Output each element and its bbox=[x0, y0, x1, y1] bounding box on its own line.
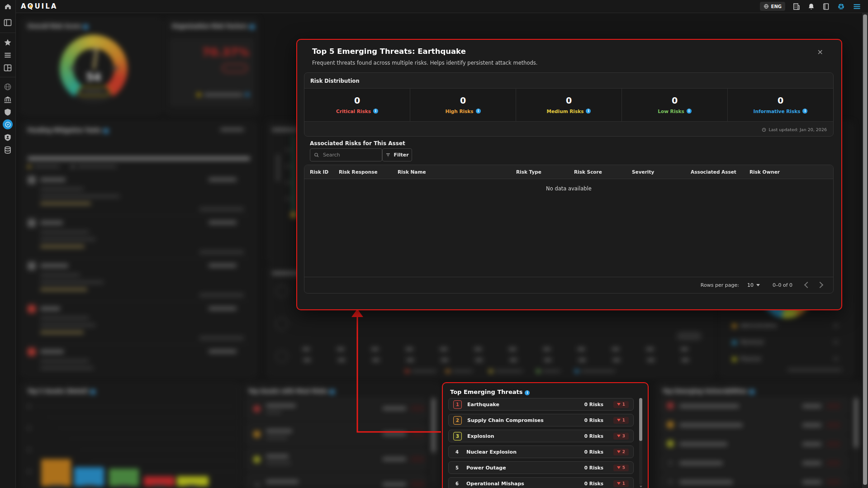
column-header[interactable]: Risk Score bbox=[574, 169, 632, 175]
page-scrollbar[interactable] bbox=[862, 13, 868, 488]
trend-badge: 2 bbox=[613, 449, 629, 455]
tasks-progress-bar bbox=[28, 157, 250, 160]
info-icon: i bbox=[749, 389, 754, 394]
scrollbar-thumb[interactable] bbox=[854, 398, 858, 448]
panel-scrollbar[interactable] bbox=[432, 398, 435, 484]
home-icon[interactable] bbox=[4, 3, 12, 10]
top-emerging-threats-panel: Top Emerging Threatsi 1 Earthquake 0 Ris… bbox=[442, 382, 649, 488]
dashboard-layout-icon[interactable] bbox=[3, 63, 12, 72]
shield-icon[interactable] bbox=[3, 108, 12, 117]
vulnerability-row bbox=[661, 417, 849, 433]
info-icon[interactable]: i bbox=[687, 109, 692, 114]
threat-item-nuclear-explosion[interactable]: 4 Nuclear Explosion 0 Risks 2 bbox=[448, 445, 634, 458]
vulnerability-row bbox=[661, 455, 849, 471]
aquila-logo[interactable]: AQUILA bbox=[21, 2, 57, 10]
top-emerging-vulnerabilities-card: Top Emerging Vulnerabilitiesi bbox=[656, 382, 863, 488]
language-selector[interactable]: ENG bbox=[760, 2, 785, 11]
rank-badge: 2 bbox=[453, 416, 462, 425]
card-title: Top Emerging Vulnerabilities bbox=[663, 388, 747, 394]
menu-hamburger-icon[interactable] bbox=[852, 3, 862, 10]
legend-label: Physical bbox=[740, 356, 761, 362]
legend-swatch bbox=[732, 357, 736, 361]
column-header[interactable]: Risk Type bbox=[516, 169, 574, 175]
risk-stat-medium: 0 Medium Risksi bbox=[516, 89, 622, 121]
documentation-book-icon[interactable] bbox=[822, 3, 830, 10]
card-title: Top 5 Assets (Detail) bbox=[28, 388, 88, 394]
sidebar-item-risk-active[interactable] bbox=[3, 119, 13, 129]
modal-title: Top 5 Emerging Threats: Earthquake bbox=[312, 47, 466, 56]
sidebar-panel-toggle-icon[interactable] bbox=[3, 18, 12, 27]
column-header[interactable]: Associated Asset bbox=[691, 169, 749, 175]
scrollbar-thumb[interactable] bbox=[432, 398, 435, 452]
threat-item-power-outage[interactable]: 5 Power Outage 0 Risks 5 bbox=[448, 461, 634, 474]
top-navbar: AQUILA ENG bbox=[0, 0, 868, 13]
task-item bbox=[28, 172, 250, 216]
legend-swatch bbox=[732, 324, 736, 328]
scrollbar-thumb[interactable] bbox=[639, 398, 642, 441]
threat-item-earthquake[interactable]: 1 Earthquake 0 Risks 1 bbox=[448, 398, 634, 411]
rows-per-page-select[interactable]: 10 bbox=[747, 282, 760, 288]
organization-icon[interactable] bbox=[792, 3, 800, 10]
scroll-down-icon[interactable] bbox=[640, 486, 642, 488]
task-item bbox=[28, 215, 250, 259]
globe-icon bbox=[764, 4, 769, 9]
task-icon bbox=[28, 305, 36, 313]
institution-bank-icon[interactable] bbox=[3, 95, 12, 104]
threat-item-operational-mishaps[interactable]: 6 Operational Mishaps 0 Risks 1 bbox=[448, 477, 634, 488]
close-icon[interactable]: ✕ bbox=[817, 49, 823, 56]
search-icon bbox=[314, 152, 319, 158]
gauge-status-pill bbox=[78, 86, 110, 96]
search-input[interactable] bbox=[322, 152, 378, 158]
previous-page-button[interactable] bbox=[804, 282, 811, 288]
column-header[interactable]: Risk Response bbox=[339, 169, 398, 175]
card-title: Organisation Risk Factors bbox=[172, 23, 247, 29]
info-icon[interactable]: i bbox=[373, 109, 378, 114]
column-header[interactable]: Risk ID bbox=[310, 169, 339, 175]
legend-label: Administrative bbox=[740, 322, 777, 328]
organisation-risk-factors-card: Organisation Risk Factorsi 70.37% bbox=[165, 17, 259, 115]
column-header[interactable]: Severity bbox=[632, 169, 691, 175]
risk-count: 0 Risks bbox=[584, 481, 603, 486]
database-icon[interactable] bbox=[3, 146, 12, 155]
bar-asset-1 bbox=[41, 459, 71, 486]
risk-stat-low: 0 Low Risksi bbox=[622, 89, 728, 121]
world-globe-icon[interactable] bbox=[3, 82, 12, 91]
language-label: ENG bbox=[771, 4, 782, 9]
column-header[interactable]: Risk Name bbox=[398, 169, 516, 175]
risk-distribution-section: Risk Distribution 0 Critical Risksi 0 Hi… bbox=[304, 72, 834, 137]
info-icon: i bbox=[104, 128, 109, 133]
threat-item-supply-chain[interactable]: 2 Supply Chain Compromises 0 Risks 1 bbox=[448, 414, 634, 426]
identity-shield-icon[interactable] bbox=[3, 133, 12, 142]
modal-subtitle: Frequent threats found across multiple r… bbox=[312, 60, 538, 66]
threat-item-explosion[interactable]: 3 Explosion 0 Risks 3 bbox=[448, 430, 634, 442]
info-icon[interactable]: i bbox=[802, 109, 807, 114]
menu-list-icon[interactable] bbox=[3, 51, 12, 60]
card-title: Top Assets with Most Risks bbox=[248, 388, 327, 394]
bar-asset-3 bbox=[109, 469, 139, 486]
legend-label: Technical bbox=[740, 339, 764, 345]
info-icon[interactable]: i bbox=[586, 109, 591, 114]
filter-button[interactable]: Filter bbox=[382, 148, 412, 161]
asset-row bbox=[247, 398, 426, 420]
rank-number: 4 bbox=[453, 448, 461, 456]
gauge-value: 54 bbox=[60, 71, 128, 84]
risk-stat-high: 0 High Risksi bbox=[410, 89, 516, 121]
card-title: Pending Mitigation Tasks bbox=[28, 127, 101, 133]
panel-scrollbar[interactable] bbox=[854, 398, 858, 484]
info-icon: i bbox=[83, 24, 88, 29]
threats-scrollbar[interactable] bbox=[639, 398, 642, 485]
bar-asset-2 bbox=[74, 467, 104, 486]
column-header[interactable]: Risk Owner bbox=[749, 169, 828, 175]
help-wheel-icon[interactable] bbox=[837, 3, 845, 10]
risk-factor-pill bbox=[222, 64, 247, 72]
page-scrollbar-thumb[interactable] bbox=[863, 14, 867, 485]
search-field[interactable] bbox=[310, 148, 382, 161]
rank-number: 6 bbox=[453, 480, 461, 488]
notifications-bell-icon[interactable] bbox=[807, 3, 815, 10]
app-root: Overall Risk Scorei 54 Organisation Risk… bbox=[0, 0, 868, 488]
info-icon[interactable]: i bbox=[476, 109, 481, 114]
next-page-button[interactable] bbox=[817, 282, 823, 288]
favorites-star-icon[interactable] bbox=[3, 38, 12, 47]
rank-badge: 1 bbox=[453, 400, 462, 409]
info-icon[interactable]: i bbox=[525, 390, 530, 395]
